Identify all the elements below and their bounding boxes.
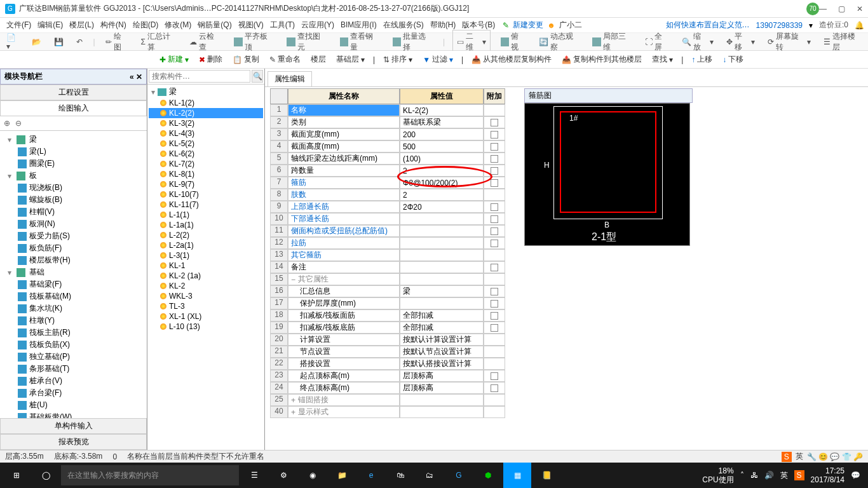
nav-item[interactable]: 集水坑(K) [1, 302, 146, 315]
comp-item[interactable]: KL-5(2) [149, 139, 263, 149]
close-icon[interactable]: ✕ [857, 4, 863, 13]
comp-item[interactable]: L-1(1) [149, 210, 263, 220]
viewsteel-btn[interactable]: 查看钢量 [337, 30, 383, 54]
prop-row[interactable]: 23起点顶标高(m)层顶标高 [270, 370, 505, 382]
nav-item[interactable]: 板洞(N) [1, 218, 146, 230]
status-icons[interactable]: 🔧 😊 💬 👕 🔑 [807, 452, 863, 461]
pan-btn[interactable]: ✥ 平移 ▾ [724, 30, 757, 54]
nav-item[interactable]: 桩承台(V) [1, 375, 146, 387]
maximize-icon[interactable]: ▢ [838, 4, 845, 13]
undo-icon[interactable]: ↶ [74, 36, 85, 48]
comp-item[interactable]: L-2(2) [149, 230, 263, 240]
selfloor-btn[interactable]: ☰ 选择楼层 [821, 30, 864, 54]
comp-item[interactable]: L-2a(1) [149, 240, 263, 250]
nav-item[interactable]: 桩(U) [1, 399, 146, 411]
nav-item[interactable]: 柱墩(Y) [1, 315, 146, 327]
save-icon[interactable]: 💾 [51, 36, 66, 48]
prop-row[interactable]: 25+锚固搭接 [270, 394, 505, 406]
cortana-icon[interactable]: ◯ [32, 463, 60, 488]
comp-item[interactable]: L-3(1) [149, 250, 263, 261]
nav-tree[interactable]: ▾梁梁(L)圈梁(E)▾板现浇板(B)螺旋板(B)柱帽(V)板洞(N)板受力筋(… [0, 131, 147, 418]
start-button[interactable]: ⊞ [3, 463, 31, 488]
comp-item[interactable]: L-10 (13) [149, 322, 263, 332]
local3d-btn[interactable]: 局部三维 [590, 30, 635, 54]
prop-row[interactable]: 3截面宽度(mm)200 [270, 128, 505, 140]
sort-btn[interactable]: ⇅ 排序 ▾ [381, 53, 414, 66]
prop-row[interactable]: 15−其它属性 [270, 273, 505, 285]
new-file-icon[interactable]: 📄▾ [4, 32, 22, 52]
prop-row[interactable]: 17保护层厚度(mm) [270, 297, 505, 309]
open-icon[interactable]: 📂 [29, 36, 44, 48]
prop-row[interactable]: 2类别基础联系梁 [270, 116, 505, 128]
fullscreen-btn[interactable]: ⛶ 全屏 [642, 30, 672, 54]
prop-row[interactable]: 1名称KL-2(2) [270, 104, 505, 116]
cloudcheck-btn[interactable]: ☁ 云检查 [187, 30, 224, 54]
prop-row[interactable]: 18扣减板/筏板面筋全部扣减 [270, 309, 505, 322]
prop-row[interactable]: 20计算设置按默认计算设置计算 [270, 334, 505, 346]
nav-item[interactable]: 独立基础(P) [1, 351, 146, 363]
comp-item[interactable]: L-1a(1) [149, 220, 263, 230]
zoom-btn[interactable]: 🔍 缩放 ▾ [679, 30, 716, 54]
nav-tab-project[interactable]: 工程设置 [0, 85, 147, 100]
copyto-btn[interactable]: 📤 复制构件到其他楼层 [560, 53, 644, 66]
prop-row[interactable]: 8肢数2 [270, 189, 505, 201]
comp-item[interactable]: KL-8(1) [149, 169, 263, 179]
sumcalc-btn[interactable]: Σ 汇总计算 [139, 30, 180, 54]
nav-item[interactable]: 筏板主筋(R) [1, 327, 146, 339]
help-link[interactable]: 如何快速布置自定义范… [666, 20, 750, 30]
comp-item[interactable]: XL-1 (XL) [149, 311, 263, 322]
prop-row[interactable]: 7箍筋Φ8@100/200(2) [270, 177, 505, 189]
nav-group[interactable]: ▾基础 [1, 266, 146, 278]
nav-tab-report[interactable]: 报表预览 [0, 434, 147, 450]
floor-dropdown[interactable]: 基础层 ▾ [334, 53, 367, 66]
nav-item[interactable]: 圈梁(E) [1, 158, 146, 170]
tray-vol-icon[interactable]: 🔊 [764, 471, 774, 480]
nav-tab-single[interactable]: 单构件输入 [0, 418, 147, 434]
prop-row[interactable]: 19扣减板/筏板底筋全部扣减 [270, 322, 505, 334]
nav-item[interactable]: 筏板基础(M) [1, 290, 146, 302]
component-tree[interactable]: ▾梁KL-1(2)KL-2(2)KL-3(2)KL-4(3)KL-5(2)KL-… [147, 85, 264, 450]
comp-item[interactable]: KL-11(7) [149, 200, 263, 210]
2d-dropdown[interactable]: ▭ 二维 ▾ [452, 30, 491, 54]
comp-item[interactable]: KL-1 [149, 261, 263, 271]
nav-item[interactable]: 筏板负筋(X) [1, 339, 146, 351]
nav-item[interactable]: 条形基础(T) [1, 363, 146, 375]
tab-property[interactable]: 属性编辑 [268, 71, 312, 86]
comp-item[interactable]: TL-3 [149, 301, 263, 311]
tray-sogou[interactable]: S [794, 470, 804, 480]
prop-row[interactable]: 10下部通长筋 [270, 213, 505, 225]
prop-row[interactable]: 13其它箍筋 [270, 249, 505, 261]
prop-row[interactable]: 4截面高度(mm)500 [270, 140, 505, 152]
app4-icon[interactable]: ⬢ [474, 463, 502, 488]
prop-row[interactable]: 21节点设置按默认节点设置计算 [270, 346, 505, 358]
menu-floor[interactable]: 楼层(L) [67, 18, 97, 32]
prop-row[interactable]: 12拉筋 [270, 237, 505, 249]
search-button[interactable]: 🔍 [252, 70, 263, 83]
nav-item[interactable]: 螺旋板(B) [1, 194, 146, 206]
comp-item[interactable]: KL-6(2) [149, 149, 263, 159]
batchsel-btn[interactable]: 批量选择 [390, 30, 435, 54]
nav-item[interactable]: 承台梁(F) [1, 387, 146, 399]
app3-icon[interactable]: G [445, 463, 473, 488]
taskbar-search[interactable]: 在这里输入你要搜索的内容 [61, 465, 239, 485]
tray-clock[interactable]: 17:252017/8/14 [811, 466, 844, 484]
nav-group[interactable]: ▾梁 [1, 133, 146, 146]
comp-item[interactable]: WKL-3 [149, 291, 263, 301]
app5-icon[interactable]: ▦ [503, 463, 531, 488]
birdview-btn[interactable]: 俯视 [498, 30, 529, 54]
tray-up-icon[interactable]: ˄ [740, 471, 744, 480]
comp-root[interactable]: ▾梁 [149, 86, 263, 98]
menu-file[interactable]: 文件(F) [4, 18, 34, 32]
taskview-icon[interactable]: ☰ [240, 463, 268, 488]
tray-net-icon[interactable]: 🖧 [750, 471, 758, 480]
comp-item[interactable]: KL-3(2) [149, 118, 263, 128]
nav-group[interactable]: ▾板 [1, 170, 146, 182]
comp-item[interactable]: KL-2 (1a) [149, 271, 263, 281]
draw-btn[interactable]: ✏ 绘图 [103, 30, 131, 54]
app6-icon[interactable]: 📒 [532, 463, 560, 488]
edge-icon[interactable]: e [357, 463, 385, 488]
rename-btn[interactable]: ✎ 重命名 [268, 53, 302, 66]
nav-item[interactable]: 板负筋(F) [1, 242, 146, 254]
comp-item[interactable]: KL-10(7) [149, 189, 263, 200]
prop-row[interactable]: 9上部通长筋2Φ20 [270, 201, 505, 213]
